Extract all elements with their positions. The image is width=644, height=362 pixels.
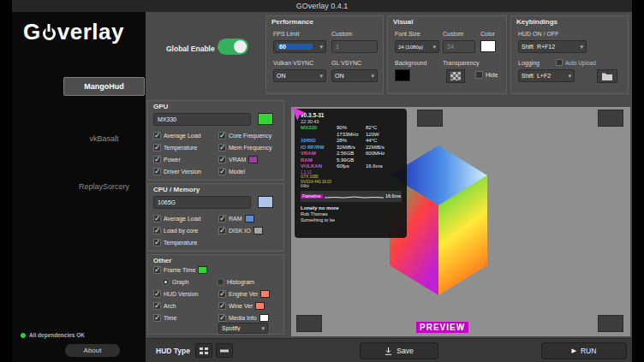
transparency-button[interactable]: [446, 69, 465, 83]
cpu-average-load-checkbox[interactable]: Average Load: [153, 215, 200, 223]
hud-api-label: VULKAN: [301, 163, 337, 170]
hud-type-horizontal-button[interactable]: [216, 343, 233, 358]
media-info-color-swatch[interactable]: [259, 314, 269, 322]
hud-toggle-key-select[interactable]: Shift_R+F12 ▾: [518, 40, 587, 53]
logo-text-g: G: [23, 19, 41, 45]
checkbox-icon: [218, 168, 226, 175]
cpu-ram-checkbox[interactable]: RAM: [218, 215, 254, 223]
background-color-swatch[interactable]: [395, 69, 410, 81]
vram-color-swatch[interactable]: [248, 156, 258, 163]
sidebar-item-replaysorcery[interactable]: ReplaySorcery: [63, 178, 145, 195]
hide-checkbox[interactable]: Hide: [475, 71, 498, 79]
preview-label: PREVIEW: [416, 322, 468, 333]
desktop-background: GOverlay 0.4.1 G verlay MangoHud vkBasal…: [0, 0, 644, 362]
font-size-select[interactable]: 24 (1080p) ▾: [395, 40, 439, 53]
titlebar[interactable]: GOverlay 0.4.1: [12, 0, 632, 12]
hud-empty-label: [301, 132, 337, 139]
histogram-radio[interactable]: Histogram: [217, 278, 254, 286]
gpu-core-frequency-checkbox[interactable]: Core Frequency: [218, 132, 271, 139]
wine-ver-checkbox[interactable]: Wine Ver: [218, 302, 265, 310]
dependency-status-text: All dependencies OK: [29, 332, 85, 338]
gpu-vram-checkbox[interactable]: VRAM: [218, 156, 258, 163]
performance-panel: Performance FPS Limit Custom 60 ▾ 1 Vulk…: [265, 15, 384, 94]
gpu-model-checkbox[interactable]: Model: [218, 168, 245, 175]
fps-limit-select[interactable]: 60 ▾: [273, 40, 326, 53]
hud-row-gpu: MX330 90% 82°C: [301, 125, 402, 132]
cpu-load-by-core-checkbox[interactable]: Load by core: [153, 227, 198, 234]
sidebar-item-vkbasalt[interactable]: vkBasalt: [63, 130, 145, 147]
run-button[interactable]: ▶ RUN: [541, 342, 627, 359]
font-size-label: Font Size: [395, 31, 420, 37]
hud-vram-freq: 600MHz: [366, 151, 402, 157]
position-handle-top-right[interactable]: [598, 110, 623, 127]
hud-toggle-key-value: Shift_R+F12: [522, 44, 578, 50]
status-ok-dot: [21, 333, 26, 338]
vulkan-vsync-value: ON: [277, 73, 318, 79]
gpu-driver-version-checkbox[interactable]: Driver Version: [153, 168, 201, 175]
hud-version-checkbox[interactable]: HUD Version: [153, 290, 198, 298]
hud-ram-used: 5.99GB: [337, 157, 366, 164]
visual-title: Visual: [393, 18, 413, 26]
media-source-select[interactable]: Spotify ▾: [218, 323, 268, 334]
logo-text-rest: verlay: [57, 19, 124, 45]
power-icon: [43, 27, 56, 40]
global-enable-toggle[interactable]: [218, 39, 248, 55]
hud-row-io: IO RF/RW 32MiB/s 22MiB/s: [301, 145, 402, 151]
arch-checkbox[interactable]: Arch: [153, 302, 176, 310]
save-button-label: Save: [397, 347, 413, 355]
hud-io-write: 22MiB/s: [366, 145, 402, 151]
gpu-temperature-checkbox[interactable]: Temperature: [153, 144, 197, 151]
chevron-down-icon: ▾: [580, 44, 583, 50]
engine-ver-color-swatch[interactable]: [260, 290, 270, 298]
wine-ver-color-swatch[interactable]: [255, 302, 265, 310]
disk-io-color-swatch[interactable]: [253, 227, 263, 234]
cpu-disk-io-checkbox[interactable]: DISK IO: [218, 227, 263, 234]
toggle-knob: [234, 40, 247, 53]
save-button[interactable]: Save: [360, 342, 438, 359]
gpu-power-checkbox[interactable]: Power: [153, 156, 181, 163]
position-handle-bottom-right[interactable]: [598, 315, 623, 332]
hud-vram-label: VRAM: [301, 151, 337, 157]
other-title: Other: [153, 257, 171, 264]
gpu-color-swatch[interactable]: [258, 113, 273, 125]
time-checkbox[interactable]: Time: [153, 314, 176, 322]
move-cursor-icon: [292, 107, 306, 121]
about-button[interactable]: About: [65, 344, 120, 357]
background-label: Background: [395, 60, 426, 66]
logging-key-select[interactable]: Shift_L+F2 ▾: [518, 69, 575, 82]
checkbox-label: Temperature: [164, 240, 197, 246]
frame-time-color-swatch[interactable]: [198, 266, 207, 274]
hud-ram-label: RAM: [301, 157, 337, 164]
hud-gpu-freq: 1733MHz: [337, 132, 366, 139]
mangohud-overlay-preview[interactable]: v0.3.5-31 22:30:43 MX330 90% 82°C 1733MH…: [295, 109, 407, 238]
frame-time-checkbox[interactable]: Frame Time: [153, 266, 207, 274]
engine-ver-checkbox[interactable]: Engine Ver: [218, 290, 270, 298]
footer-bar: HUD Type: [146, 338, 632, 362]
log-folder-button[interactable]: [597, 69, 617, 83]
ram-color-swatch[interactable]: [245, 215, 254, 223]
hud-row-api: VULKAN 60fps 16.6ms: [301, 163, 402, 170]
font-color-swatch[interactable]: [480, 40, 496, 52]
media-info-checkbox[interactable]: Media Info: [218, 314, 269, 322]
cpu-temperature-checkbox[interactable]: Temperature: [153, 239, 197, 246]
gpu-average-load-checkbox[interactable]: Average Load: [153, 132, 200, 139]
cpu-device-input[interactable]: 1065G: [153, 196, 251, 209]
hud-type-label: HUD Type: [156, 347, 190, 355]
chevron-down-icon: ▾: [261, 325, 265, 332]
gpu-device-input[interactable]: MX330: [153, 113, 251, 126]
hud-frametime-graph: Frametime 16.6ms: [301, 191, 402, 202]
font-size-custom-input[interactable]: 24: [443, 40, 475, 53]
sidebar-item-mangohud[interactable]: MangoHud: [63, 77, 145, 96]
fps-custom-input[interactable]: 1: [331, 40, 378, 53]
graph-radio[interactable]: Graph: [162, 278, 188, 286]
font-color-label: Color: [480, 31, 495, 37]
checkbox-label: Model: [229, 169, 245, 175]
gpu-mem-frequency-checkbox[interactable]: Mem Frequency: [218, 144, 272, 151]
cpu-color-swatch[interactable]: [258, 196, 273, 208]
auto-upload-checkbox[interactable]: Auto Upload: [556, 59, 596, 66]
gl-vsync-select[interactable]: ON ▾: [331, 69, 378, 82]
position-handle-top-center[interactable]: [417, 110, 443, 127]
position-handle-bottom-left[interactable]: [296, 315, 322, 332]
vulkan-vsync-select[interactable]: ON ▾: [273, 69, 326, 82]
hud-type-vertical-button[interactable]: [195, 343, 212, 358]
